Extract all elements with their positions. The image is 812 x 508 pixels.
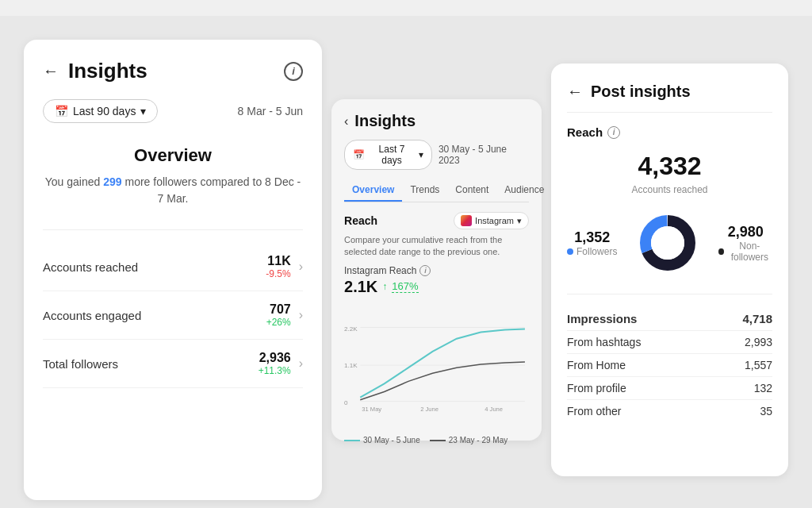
mid-date-filter-button[interactable]: 📅 Last 7 days ▾ xyxy=(344,140,432,170)
imp-row-home: From Home 1,557 xyxy=(567,354,772,376)
subtitle-pre: You gained xyxy=(45,175,103,188)
back-arrow-icon[interactable]: ← xyxy=(43,62,59,80)
imp-label-home: From Home xyxy=(567,359,626,371)
stat-label-engaged: Accounts engaged xyxy=(43,309,141,322)
donut-chart xyxy=(636,211,699,275)
imp-value-other: 35 xyxy=(760,405,772,418)
imp-value-profile: 132 xyxy=(754,382,772,394)
followers-value: 1,352 xyxy=(567,229,617,246)
mid-chevron-icon: ▾ xyxy=(419,149,423,160)
subtitle-post: more followers compared to 8 Dec - 7 Mar… xyxy=(122,175,301,205)
overview-title: Overview xyxy=(43,145,303,166)
stat-value-engaged: 707 xyxy=(266,302,291,317)
tab-content[interactable]: Content xyxy=(447,179,496,202)
legend-item-current: 30 May - 5 June xyxy=(344,436,420,444)
imp-label-other: From other xyxy=(567,405,621,418)
stat-change-engaged: +26% xyxy=(266,317,291,328)
overview-section: Overview You gained 299 more followers c… xyxy=(43,145,303,207)
impressions-row: Impressions 4,718 xyxy=(567,307,772,330)
impressions-section: Impressions 4,718 From hashtags 2,993 Fr… xyxy=(567,294,772,422)
mid-reach-desc: Compare your cumulative reach from the s… xyxy=(344,234,529,259)
up-arrow-icon: ↑ xyxy=(382,281,387,292)
stat-row-reached[interactable]: Accounts reached 11K -9.5% › xyxy=(43,243,303,291)
imp-value-hashtags: 2,993 xyxy=(745,336,772,348)
date-filter-button[interactable]: 📅 Last 90 days ▾ xyxy=(43,99,158,123)
reach-section-label: Reach i xyxy=(567,125,772,139)
chevron-right-icon-3: › xyxy=(299,356,303,371)
imp-row-hashtags: From hashtags 2,993 xyxy=(567,331,772,353)
non-followers-stat: 2,980 Non-followers xyxy=(718,224,772,263)
reach-chart: 2.2K 1.1K 0 31 May 2 June 4 June xyxy=(344,302,529,428)
right-header: ← Post insights xyxy=(567,83,772,113)
page-title: Insights xyxy=(68,59,147,83)
stat-value-block-followers: 2,936 +11.3% xyxy=(259,351,291,376)
legend-line-teal xyxy=(344,440,360,441)
stat-label-reached: Accounts reached xyxy=(43,260,138,274)
info-icon[interactable]: i xyxy=(284,62,303,81)
middle-panel: ‹ Insights 📅 Last 7 days ▾ 30 May - 5 Ju… xyxy=(331,99,542,441)
stat-value-block-reached: 11K -9.5% xyxy=(266,254,290,279)
chart-legend: 30 May - 5 June 23 May - 29 May xyxy=(344,436,529,444)
ig-badge[interactable]: Instagram ▾ xyxy=(454,212,529,229)
ig-label: Instagram xyxy=(475,216,514,225)
tab-trends[interactable]: Trends xyxy=(402,179,447,202)
stat-row-followers[interactable]: Total followers 2,936 +11.3% › xyxy=(43,340,303,388)
chevron-down-icon: ▾ xyxy=(140,105,146,117)
follower-highlight: 299 xyxy=(103,175,121,188)
mid-date-row: 📅 Last 7 days ▾ 30 May - 5 June 2023 xyxy=(344,140,529,170)
stat-change-reached: -9.5% xyxy=(266,268,290,279)
mid-date-filter-label: Last 7 days xyxy=(368,144,416,166)
mid-ig-reach-title: Instagram Reach i xyxy=(344,265,529,276)
accounts-reached-label: Accounts reached xyxy=(567,184,772,195)
mid-tabs: Overview Trends Content Audience xyxy=(344,179,529,202)
mid-reach-number: 2.1K ↑ 167% xyxy=(344,278,529,296)
stat-value-reached: 11K xyxy=(266,254,290,268)
svg-text:4 June: 4 June xyxy=(485,406,503,413)
svg-text:2 June: 2 June xyxy=(420,406,439,413)
svg-point-11 xyxy=(651,226,684,260)
mid-reach-label: Reach xyxy=(344,214,377,227)
followers-stat: 1,352 Followers xyxy=(567,229,617,257)
header-left: ← Insights xyxy=(43,59,147,83)
svg-text:2.2K: 2.2K xyxy=(344,325,358,332)
date-range-label: 8 Mar - 5 Jun xyxy=(238,105,303,117)
svg-text:31 May: 31 May xyxy=(362,406,381,413)
stat-label-followers: Total followers xyxy=(43,357,118,371)
stat-right-engaged: 707 +26% › xyxy=(266,302,303,328)
imp-label-profile: From profile xyxy=(567,382,626,394)
chevron-right-icon: › xyxy=(299,260,303,274)
svg-text:1.1K: 1.1K xyxy=(344,362,358,369)
instagram-icon xyxy=(461,215,472,226)
date-row: 📅 Last 90 days ▾ 8 Mar - 5 Jun xyxy=(43,99,303,123)
stat-row-engaged[interactable]: Accounts engaged 707 +26% › xyxy=(43,291,303,340)
chart-area: 2.2K 1.1K 0 31 May 2 June 4 June 30 xyxy=(344,302,529,428)
impressions-value: 4,718 xyxy=(742,312,772,325)
svg-text:0: 0 xyxy=(344,399,348,406)
left-panel-header: ← Insights i xyxy=(43,59,303,83)
legend-label-prev: 23 May - 29 May xyxy=(449,436,508,444)
mid-reach-pct: 167% xyxy=(392,280,418,293)
left-panel: ← Insights i 📅 Last 90 days ▾ 8 Mar - 5 … xyxy=(24,40,322,500)
tab-overview[interactable]: Overview xyxy=(344,179,402,202)
tab-audience[interactable]: Audience xyxy=(496,179,552,202)
mid-header: ‹ Insights xyxy=(344,112,529,130)
non-followers-dot xyxy=(718,248,723,255)
right-back-arrow-icon[interactable]: ← xyxy=(567,83,583,101)
donut-row: 1,352 Followers 2,980 xyxy=(567,211,772,275)
info-icon-small: i xyxy=(419,265,431,276)
mid-date-range-label: 30 May - 5 June 2023 xyxy=(439,144,529,166)
mid-back-arrow-icon[interactable]: ‹ xyxy=(344,114,348,129)
right-panel: ← Post insights Reach i 4,332 Accounts r… xyxy=(551,64,788,476)
ig-chevron-icon: ▾ xyxy=(517,216,522,226)
mid-reach-value-row: Instagram Reach i 2.1K ↑ 167% xyxy=(344,265,529,296)
imp-value-home: 1,557 xyxy=(745,359,772,371)
mid-calendar-icon: 📅 xyxy=(353,149,365,160)
followers-label: Followers xyxy=(567,246,617,257)
reach-info-icon[interactable]: i xyxy=(607,126,620,139)
imp-row-profile: From profile 132 xyxy=(567,377,772,399)
non-followers-value: 2,980 xyxy=(718,224,772,241)
legend-item-prev: 23 May - 29 May xyxy=(430,436,508,444)
imp-row-other: From other 35 xyxy=(567,400,772,422)
legend-label-current: 30 May - 5 June xyxy=(363,436,420,444)
followers-dot xyxy=(567,248,573,255)
